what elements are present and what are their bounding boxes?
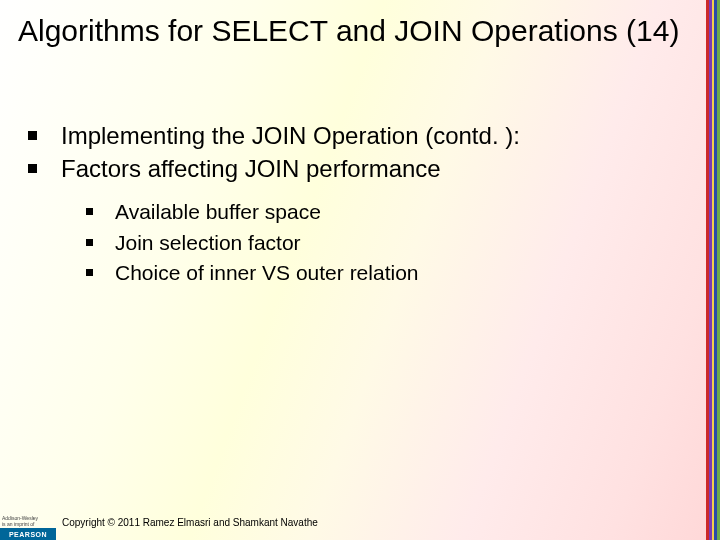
list-item-text: Available buffer space — [115, 198, 321, 226]
slide-body: Implementing the JOIN Operation (contd. … — [28, 120, 680, 289]
slide-title: Algorithms for SELECT and JOIN Operation… — [18, 14, 680, 48]
list-item-text: Implementing the JOIN Operation (contd. … — [61, 120, 520, 151]
list-item: Factors affecting JOIN performance — [28, 153, 680, 184]
square-bullet-icon — [28, 164, 37, 173]
list-item: Choice of inner VS outer relation — [86, 259, 680, 287]
footer: Addison-Wesley is an imprint of PEARSON … — [0, 506, 720, 540]
list-item-text: Join selection factor — [115, 229, 301, 257]
slide: Algorithms for SELECT and JOIN Operation… — [0, 0, 720, 540]
publisher-logo: Addison-Wesley is an imprint of PEARSON — [0, 506, 56, 540]
square-bullet-icon — [86, 239, 93, 246]
bullet-list-level2: Available buffer space Join selection fa… — [86, 198, 680, 287]
side-stripes — [706, 0, 720, 540]
bullet-list-level1: Implementing the JOIN Operation (contd. … — [28, 120, 680, 184]
list-item: Join selection factor — [86, 229, 680, 257]
list-item: Implementing the JOIN Operation (contd. … — [28, 120, 680, 151]
list-item: Available buffer space — [86, 198, 680, 226]
square-bullet-icon — [86, 269, 93, 276]
logo-brand: PEARSON — [0, 528, 56, 540]
list-item-text: Factors affecting JOIN performance — [61, 153, 441, 184]
copyright-text: Copyright © 2011 Ramez Elmasri and Shamk… — [62, 517, 318, 530]
square-bullet-icon — [86, 208, 93, 215]
square-bullet-icon — [28, 131, 37, 140]
list-item-text: Choice of inner VS outer relation — [115, 259, 419, 287]
